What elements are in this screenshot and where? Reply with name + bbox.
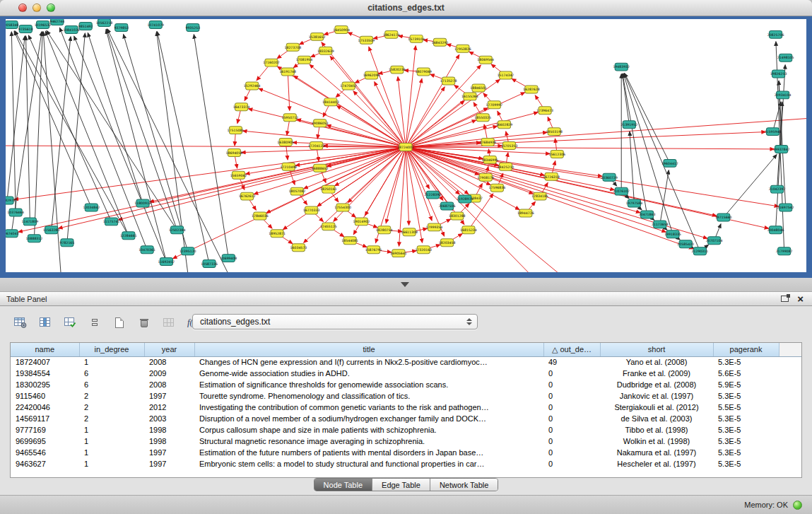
- table-cell[interactable]: Franke et al. (2009): [600, 368, 713, 379]
- graph-node[interactable]: 9058348: [6, 21, 18, 28]
- graph-node[interactable]: 19797584: [626, 199, 643, 207]
- graph-node[interactable]: 17999354: [426, 223, 443, 231]
- table-cell[interactable]: 9777169: [11, 424, 79, 436]
- graph-node[interactable]: 16888652: [312, 164, 329, 172]
- splitter-handle-icon[interactable]: [401, 282, 409, 287]
- graph-node[interactable]: 16034573: [290, 244, 307, 252]
- table-row[interactable]: 1456911722003Disruption of a novel membe…: [11, 413, 802, 424]
- graph-node[interactable]: 9782165: [60, 239, 75, 247]
- graph-node[interactable]: 21595948: [765, 128, 782, 136]
- table-cell[interactable]: Tourette syndrome. Phenomenology and cla…: [194, 390, 543, 402]
- zoom-button[interactable]: [47, 4, 55, 12]
- table-cell[interactable]: 1: [79, 436, 144, 447]
- graph-node[interactable]: 9935253: [185, 23, 200, 31]
- graph-node[interactable]: 18250161: [320, 185, 337, 193]
- graph-node[interactable]: 15292464: [244, 82, 261, 90]
- graph-node[interactable]: 17908176: [477, 173, 494, 181]
- table-cell[interactable]: 0: [543, 368, 600, 379]
- table-cell[interactable]: Embryonic stem cells: a model to study s…: [194, 458, 543, 469]
- graph-node[interactable]: 9851492: [78, 22, 93, 30]
- graph-node[interactable]: 16815234: [460, 226, 477, 234]
- table-cell[interactable]: Wolkin et al. (1998): [600, 436, 713, 447]
- table-cell[interactable]: 0: [543, 458, 600, 469]
- table-cell[interactable]: 0: [543, 424, 600, 436]
- graph-node[interactable]: 19604417: [661, 159, 678, 167]
- table-row[interactable]: 1938455462009Genome-wide association stu…: [11, 368, 802, 379]
- graph-node[interactable]: 15612306: [548, 150, 565, 158]
- graph-node[interactable]: 20687506: [439, 202, 456, 210]
- table-cell[interactable]: 9699695: [11, 436, 79, 447]
- graph-node[interactable]: 17396473: [536, 107, 553, 115]
- graph-node[interactable]: 19483932: [613, 63, 630, 71]
- graph-node[interactable]: 17160207: [263, 59, 280, 66]
- graph-node[interactable]: 16905641: [390, 250, 407, 257]
- column-header-in_degree[interactable]: in_degree: [79, 343, 144, 356]
- table-cell[interactable]: 1998: [144, 424, 194, 436]
- table-cell[interactable]: 5.3E-5: [713, 436, 779, 447]
- graph-node[interactable]: 10196532: [35, 21, 52, 28]
- table-cell[interactable]: 0: [543, 402, 600, 413]
- table-cell[interactable]: Structural magnetic resonance image aver…: [194, 436, 543, 447]
- graph-node[interactable]: 18952871: [269, 230, 286, 238]
- graph-node[interactable]: 10587336: [201, 260, 218, 268]
- graph-node[interactable]: 18694058: [226, 148, 243, 156]
- graph-node[interactable]: 15950712: [281, 114, 298, 122]
- graph-node[interactable]: 18079069: [415, 68, 432, 76]
- table-selector-dropdown[interactable]: citations_edges.txt: [192, 314, 478, 329]
- graph-node[interactable]: 17204123: [308, 142, 325, 150]
- table-cell[interactable]: 0: [543, 447, 600, 458]
- graph-node[interactable]: 17515081: [228, 127, 245, 134]
- graph-node[interactable]: 19937847: [773, 146, 790, 153]
- graph-node[interactable]: 15705353: [501, 142, 518, 150]
- table-cell[interactable]: 5.3E-5: [713, 356, 779, 368]
- graph-node[interactable]: 17709997: [486, 101, 502, 109]
- tab-edge-table[interactable]: Edge Table: [372, 479, 430, 491]
- graph-node[interactable]: 18069544: [477, 56, 494, 64]
- graph-node[interactable]: 21928974: [457, 195, 473, 203]
- graph-node[interactable]: 11563280: [43, 226, 60, 234]
- table-cell[interactable]: Dudbridge et al. (2008): [600, 379, 713, 390]
- table-cell[interactable]: Disruption of a novel member of a sodium…: [194, 413, 543, 424]
- graph-node[interactable]: 9462744: [49, 19, 64, 25]
- graph-node[interactable]: 18332639: [317, 47, 334, 54]
- table-cell[interactable]: 1997: [144, 390, 194, 402]
- graph-node[interactable]: 16380905: [277, 139, 294, 146]
- graph-node[interactable]: 21173658: [652, 221, 669, 228]
- table-cell[interactable]: 0: [543, 436, 600, 447]
- graph-node[interactable]: 18425210: [498, 163, 514, 170]
- graph-node[interactable]: 12395120: [180, 247, 196, 255]
- row-selection-icon[interactable]: [86, 314, 104, 331]
- graph-node[interactable]: 16602829: [496, 121, 513, 129]
- graph-node[interactable]: 18280754: [376, 226, 393, 234]
- graph-node[interactable]: 18550325: [474, 114, 491, 122]
- graph-node[interactable]: 18624174: [383, 30, 400, 38]
- table-cell[interactable]: 5.3E-5: [713, 413, 779, 424]
- graph-node[interactable]: 9379853: [114, 23, 129, 31]
- graph-node[interactable]: 17455125: [320, 223, 337, 230]
- table-cell[interactable]: de Silva et al. (2003): [600, 413, 713, 424]
- graph-node[interactable]: 21290311: [692, 247, 709, 255]
- window-titlebar[interactable]: citations_edges.txt: [0, 0, 812, 16]
- table-cell[interactable]: 2009: [144, 368, 194, 379]
- network-canvas-svg[interactable]: 1872400717684936185503251615526417135278…: [6, 19, 806, 272]
- new-table-icon[interactable]: [110, 314, 129, 331]
- graph-node[interactable]: 18414403: [322, 98, 339, 106]
- graph-node[interactable]: 19918335: [664, 230, 681, 238]
- graph-node[interactable]: 21697542: [777, 204, 794, 211]
- table-cell[interactable]: 5.3E-5: [713, 447, 779, 458]
- graph-node[interactable]: 15659062: [230, 171, 247, 179]
- graph-node[interactable]: 21042397: [769, 185, 786, 193]
- table-cell[interactable]: 5.3E-5: [713, 458, 779, 469]
- graph-node[interactable]: 20825706: [767, 30, 784, 38]
- graph-node[interactable]: 21498105: [777, 54, 794, 62]
- table-cell[interactable]: 2: [79, 390, 144, 402]
- column-header-title[interactable]: title: [194, 343, 543, 356]
- graph-node[interactable]: 17470457: [340, 82, 357, 90]
- table-row[interactable]: 977716911998Corpus callosum shape and si…: [11, 424, 802, 436]
- graph-node[interactable]: 20360729: [601, 173, 618, 181]
- graph-node[interactable]: 15174347: [498, 71, 514, 79]
- graph-node[interactable]: 16762612: [239, 192, 256, 200]
- table-cell[interactable]: 9465546: [11, 447, 79, 458]
- graph-node[interactable]: 20934104: [775, 91, 792, 99]
- graph-node[interactable]: 11175741: [103, 218, 120, 226]
